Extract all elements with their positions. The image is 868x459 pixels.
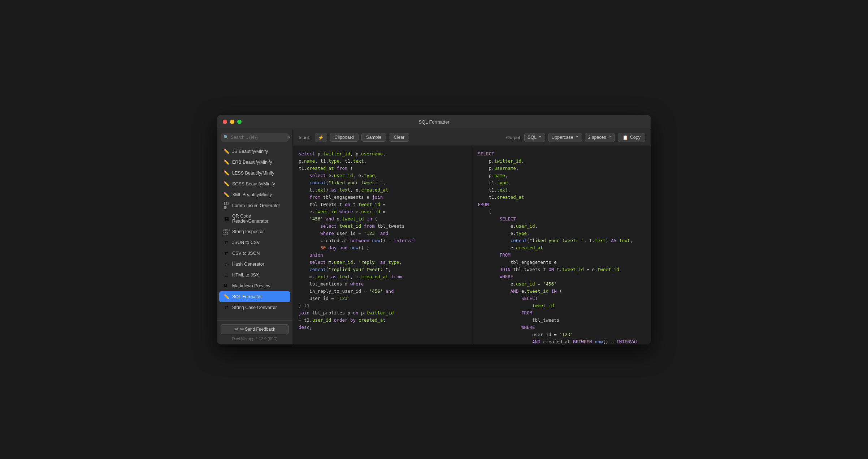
convert-icon: ⇄ (223, 240, 229, 245)
editors-row: select p.twitter_id, p.username, p.name,… (293, 146, 651, 344)
sidebar-item-json-to-csv[interactable]: ⇄ JSON to CSV (219, 237, 290, 248)
titlebar: SQL Formatter (217, 115, 651, 129)
sidebar-item-label: LESS Beautify/Minify (232, 171, 274, 176)
sidebar: 🔍 ⌘/ ✏️ JS Beautify/Minify ✏️ ERB Beauti… (217, 129, 293, 344)
copy-icon: 📋 (622, 135, 628, 140)
search-shortcut: ⌘/ (287, 135, 292, 139)
indent-value: 2 spaces (588, 135, 606, 140)
send-feedback-button[interactable]: ✉ ✉ Send Feedback (221, 324, 289, 334)
sidebar-item-hash-generator[interactable]: ◎ Hash Generator (219, 259, 290, 270)
sidebar-item-label: QR Code Reader/Generator (232, 214, 286, 224)
input-label: Input: (299, 135, 311, 140)
sidebar-item-sql-formatter[interactable]: ✏️ SQL Formatter (219, 291, 290, 302)
edit-icon: ✏️ (223, 159, 229, 165)
clear-button[interactable]: Clear (389, 133, 409, 142)
indent-select[interactable]: 2 spaces ⌃ (585, 133, 615, 142)
qr-icon: ▦ (223, 216, 229, 222)
case-value: Uppercase (551, 135, 573, 140)
feedback-label: ✉ Send Feedback (240, 327, 275, 332)
clipboard-label: Clipboard (335, 135, 354, 140)
sidebar-list: ✏️ JS Beautify/Minify ✏️ ERB Beautify/Mi… (217, 145, 292, 320)
copy-button[interactable]: 📋 Copy (618, 133, 645, 142)
sidebar-item-markdown-preview[interactable]: M↓ Markdown Preview (219, 280, 290, 291)
sidebar-item-label: SQL Formatter (232, 294, 262, 299)
sidebar-item-label: Hash Generator (232, 262, 264, 267)
close-button[interactable] (223, 120, 227, 124)
chevron-down-icon: ⌃ (608, 135, 612, 140)
format-value: SQL (528, 135, 537, 140)
search-icon: 🔍 (223, 135, 229, 140)
sidebar-item-label: String Case Converter (232, 305, 277, 310)
sidebar-item-label: JSON to CSV (232, 240, 260, 245)
output-content: SELECT p.twitter_id, p.username, p.name,… (478, 150, 646, 344)
sidebar-item-label: HTML to JSX (232, 273, 259, 278)
search-bar: 🔍 ⌘/ (217, 129, 292, 145)
edit-icon: ✏️ (223, 170, 229, 176)
lorem-icon: LOIP (223, 203, 229, 209)
sidebar-item-js-beautify[interactable]: ✏️ JS Beautify/Minify (219, 146, 290, 157)
input-editor[interactable]: select p.twitter_id, p.username, p.name,… (293, 146, 472, 344)
sidebar-item-label: Markdown Preview (232, 283, 270, 288)
sidebar-item-label: Lorem Ipsum Generator (232, 203, 280, 208)
output-toolbar: Output: SQL ⌃ Uppercase ⌃ 2 spaces ⌃ 📋 (506, 133, 645, 142)
markdown-icon: M↓ (223, 283, 229, 289)
lightning-icon: ⚡ (318, 135, 324, 140)
case-select[interactable]: Uppercase ⌃ (548, 133, 582, 142)
output-editor[interactable]: SELECT p.twitter_id, p.username, p.name,… (472, 146, 651, 344)
lightning-button[interactable]: ⚡ (315, 133, 327, 142)
sidebar-item-label: String Inspector (232, 229, 264, 234)
input-content: select p.twitter_id, p.username, p.name,… (299, 150, 466, 331)
sidebar-item-qr-code[interactable]: ▦ QR Code Reader/Generator (219, 211, 290, 226)
hash-icon: ◎ (223, 261, 229, 267)
sidebar-item-label: SCSS Beautify/Minify (232, 181, 275, 186)
sidebar-item-label: ERB Beautify/Minify (232, 160, 272, 165)
clipboard-button[interactable]: Clipboard (330, 133, 359, 142)
sidebar-item-less-beautify[interactable]: ✏️ LESS Beautify/Minify (219, 168, 290, 179)
sidebar-item-label: JS Beautify/Minify (232, 149, 268, 154)
edit-icon: ✏️ (223, 149, 229, 154)
feedback-icon: ✉ (234, 327, 238, 332)
toolbar: Input: ⚡ Clipboard Sample Clear Output: … (293, 129, 651, 146)
search-input[interactable] (231, 135, 285, 140)
window-title: SQL Formatter (418, 119, 449, 125)
sidebar-item-string-inspector[interactable]: ABC123 String Inspector (219, 226, 290, 237)
sample-label: Sample (366, 135, 381, 140)
app-body: 🔍 ⌘/ ✏️ JS Beautify/Minify ✏️ ERB Beauti… (217, 129, 651, 344)
format-select[interactable]: SQL ⌃ (524, 133, 545, 142)
sidebar-footer: ✉ ✉ Send Feedback DevUtils.app 1.12.0 (9… (217, 320, 292, 344)
sample-button[interactable]: Sample (361, 133, 386, 142)
sql-icon: ✏️ (223, 294, 229, 300)
html-icon: ◻ (223, 272, 229, 278)
version-text: DevUtils.app 1.12.0 (99D) (221, 336, 289, 341)
sidebar-item-label: CSV to JSON (232, 251, 260, 256)
sidebar-item-csv-to-json[interactable]: ⇄ CSV to JSON (219, 248, 290, 259)
maximize-button[interactable] (237, 120, 242, 124)
sidebar-item-label: XML Beautify/Minify (232, 192, 272, 197)
sidebar-item-erb-beautify[interactable]: ✏️ ERB Beautify/Minify (219, 157, 290, 168)
main-content: Input: ⚡ Clipboard Sample Clear Output: … (293, 129, 651, 344)
sidebar-item-xml-beautify[interactable]: ✏️ XML Beautify/Minify (219, 189, 290, 200)
minimize-button[interactable] (230, 120, 234, 124)
convert-icon: ⇄ (223, 250, 229, 256)
case-icon: ⇄ (223, 305, 229, 310)
app-window: SQL Formatter 🔍 ⌘/ ✏️ JS Beautify/Minify… (217, 115, 651, 344)
sidebar-item-scss-beautify[interactable]: ✏️ SCSS Beautify/Minify (219, 179, 290, 189)
output-label: Output: (506, 135, 522, 140)
search-wrapper[interactable]: 🔍 ⌘/ (221, 133, 289, 142)
traffic-lights (223, 120, 242, 124)
chevron-down-icon: ⌃ (575, 135, 579, 140)
sidebar-item-html-to-jsx[interactable]: ◻ HTML to JSX (219, 270, 290, 280)
chevron-down-icon: ⌃ (538, 135, 542, 140)
copy-label: Copy (630, 135, 641, 140)
sidebar-item-lorem-ipsum[interactable]: LOIP Lorem Ipsum Generator (219, 200, 290, 211)
sidebar-item-string-case[interactable]: ⇄ String Case Converter (219, 302, 290, 313)
edit-icon: ✏️ (223, 181, 229, 187)
string-inspector-icon: ABC123 (223, 229, 229, 235)
edit-icon: ✏️ (223, 192, 229, 198)
clear-label: Clear (394, 135, 404, 140)
